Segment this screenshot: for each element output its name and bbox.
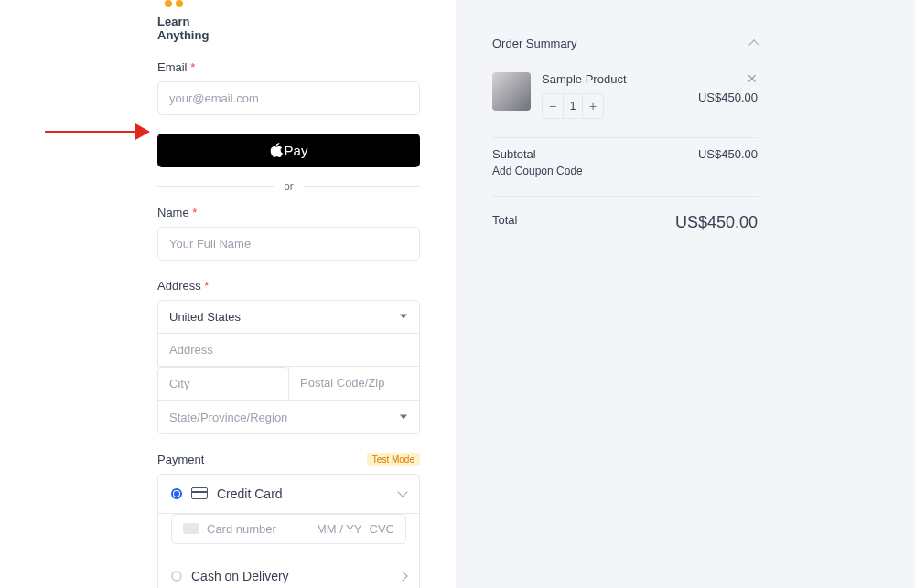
chevron-right-icon xyxy=(397,571,407,581)
divider xyxy=(492,137,758,138)
logo-line1: Learn xyxy=(157,16,420,28)
apple-pay-button[interactable]: Pay xyxy=(157,134,420,167)
chevron-up-icon xyxy=(748,39,759,49)
product-price: US$450.00 xyxy=(698,91,758,104)
or-divider: or xyxy=(157,180,420,193)
card-number-input[interactable]: Card number MM / YY CVC xyxy=(171,514,406,544)
state-select[interactable] xyxy=(157,401,420,434)
logo: Learn Anything xyxy=(157,0,420,42)
remove-item-button[interactable]: ✕ xyxy=(747,72,758,85)
address-input[interactable] xyxy=(157,334,420,367)
summary-title: Order Summary xyxy=(492,37,576,50)
city-input[interactable] xyxy=(157,367,288,401)
quantity-stepper: − 1 + xyxy=(542,93,604,119)
chevron-down-icon xyxy=(397,487,407,497)
total-value: US$450.00 xyxy=(675,213,758,232)
order-summary-toggle[interactable]: Order Summary xyxy=(492,37,758,50)
email-label: Email * xyxy=(157,60,420,74)
address-label: Address * xyxy=(157,279,420,293)
email-input[interactable] xyxy=(157,81,420,115)
credit-card-label: Credit Card xyxy=(217,486,283,501)
subtotal-label: Subtotal xyxy=(492,147,536,161)
credit-card-icon xyxy=(191,487,208,499)
radio-cod[interactable] xyxy=(171,571,182,582)
apple-pay-label: Pay xyxy=(285,143,308,158)
qty-decrease-button[interactable]: − xyxy=(543,94,563,118)
apple-icon xyxy=(270,143,283,157)
add-coupon-link[interactable]: Add Coupon Code xyxy=(492,165,758,190)
name-input[interactable] xyxy=(157,227,420,261)
card-brand-icon xyxy=(183,523,199,534)
cod-label: Cash on Delivery xyxy=(191,569,289,583)
name-label: Name * xyxy=(157,206,420,219)
country-select[interactable] xyxy=(157,300,420,334)
payment-label: Payment xyxy=(157,453,204,466)
test-mode-badge: Test Mode xyxy=(367,453,420,466)
postal-input[interactable] xyxy=(288,367,420,401)
product-image xyxy=(492,72,531,111)
total-label: Total xyxy=(492,213,517,232)
payment-credit-card-option[interactable]: Credit Card xyxy=(158,475,419,514)
product-name: Sample Product xyxy=(542,72,687,86)
subtotal-value: US$450.00 xyxy=(698,147,758,161)
logo-line2: Anything xyxy=(157,29,420,42)
payment-cod-option[interactable]: Cash on Delivery xyxy=(158,557,419,588)
divider xyxy=(492,196,758,197)
qty-value: 1 xyxy=(563,94,583,118)
annotation-arrow xyxy=(45,124,150,139)
qty-increase-button[interactable]: + xyxy=(583,94,603,118)
radio-credit-card[interactable] xyxy=(171,488,182,499)
